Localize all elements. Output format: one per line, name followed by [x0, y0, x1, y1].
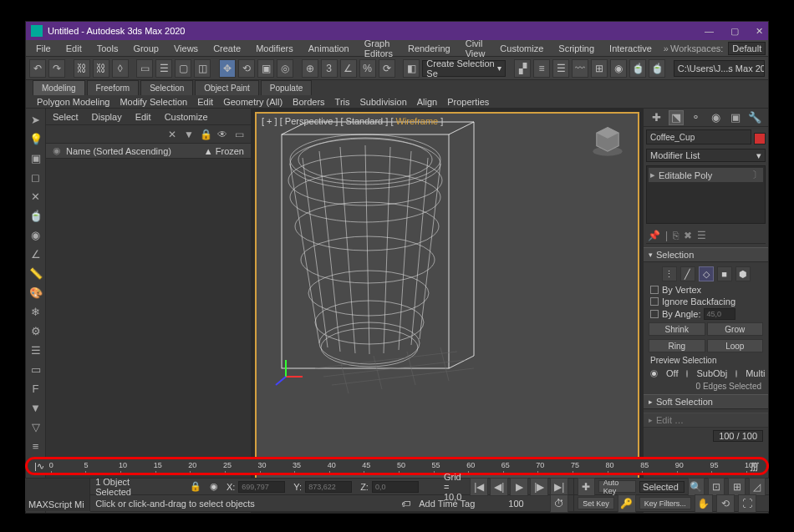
rsub-geometry-all[interactable]: Geometry (All): [219, 97, 287, 107]
rsub-polygon-modeling[interactable]: Polygon Modeling: [33, 97, 114, 107]
modifier-stack[interactable]: ▸Editable Poly〕: [646, 165, 766, 224]
mirror-button[interactable]: ▞: [514, 59, 531, 78]
key-filters-button[interactable]: Key Filters...: [639, 497, 691, 509]
subobj-element-button[interactable]: ⬢: [735, 266, 751, 281]
schematic-button[interactable]: ⊞: [591, 59, 608, 78]
bind-button[interactable]: ◊: [112, 59, 129, 78]
material-editor-button[interactable]: ◉: [610, 59, 627, 78]
grow-button[interactable]: Grow: [707, 322, 764, 336]
snap-toggle-button[interactable]: 3: [321, 59, 338, 78]
menu-tools[interactable]: Tools: [90, 42, 125, 55]
box-icon[interactable]: ▭: [28, 362, 43, 377]
rsub-modify-selection[interactable]: Modify Selection: [115, 97, 191, 107]
workspaces-dropdown[interactable]: Default: [728, 42, 766, 55]
isolate-icon[interactable]: ◉: [210, 481, 218, 492]
next-frame-button[interactable]: |▶: [530, 478, 548, 496]
rotate-button[interactable]: ⟲: [238, 59, 255, 78]
angle-icon[interactable]: ∠: [28, 246, 43, 261]
layers-button[interactable]: ☰: [552, 59, 569, 78]
show-end-icon[interactable]: |: [665, 230, 668, 241]
move-button[interactable]: ✥: [219, 59, 236, 78]
ribbon-tab-populate[interactable]: Populate: [261, 80, 312, 95]
loop-button[interactable]: Loop: [707, 339, 764, 352]
ribbon-tab-object-paint[interactable]: Object Paint: [195, 80, 258, 95]
scale-button[interactable]: ▣: [257, 59, 274, 78]
tab-utilities-icon[interactable]: 🔧: [747, 110, 762, 125]
project-path-field[interactable]: C:\Users\J...s Max 2020: [674, 60, 765, 77]
subobj-border-button[interactable]: ◇: [699, 266, 714, 281]
shrink-button[interactable]: Shrink: [649, 322, 705, 336]
preview-subobj-radio[interactable]: [686, 370, 688, 377]
goto-start-button[interactable]: |◀: [470, 478, 488, 496]
rollout-edit-edges[interactable]: ▸Edit …: [644, 413, 768, 428]
angle-snap-button[interactable]: ∠: [340, 59, 357, 78]
nav-fov-icon[interactable]: ◿: [749, 478, 766, 496]
color-icon[interactable]: 🎨: [28, 285, 43, 300]
coord-x-field[interactable]: 699,797: [238, 481, 285, 493]
menu-rendering[interactable]: Rendering: [401, 42, 457, 55]
list-icon[interactable]: ☰: [28, 342, 43, 357]
ribbon-tab-selection[interactable]: Selection: [140, 80, 193, 95]
cross-icon[interactable]: ✕: [28, 189, 43, 204]
rsub-properties[interactable]: Properties: [443, 97, 493, 107]
subobj-polygon-button[interactable]: ■: [717, 266, 732, 281]
key-icon[interactable]: 🔑: [618, 494, 636, 513]
nav-max-icon[interactable]: ⛶: [738, 494, 756, 513]
camera-icon[interactable]: ▣: [28, 150, 43, 165]
gear-icon[interactable]: ⚙: [28, 323, 43, 338]
redo-button[interactable]: ↷: [48, 59, 65, 78]
time-config-button[interactable]: ⏱: [550, 494, 568, 513]
window-crossing-button[interactable]: ◫: [194, 59, 211, 78]
render-setup-button[interactable]: 🍵: [629, 59, 646, 78]
rollout-soft-selection[interactable]: ▸Soft Selection: [644, 394, 768, 409]
sort-icon[interactable]: ▭: [232, 128, 246, 141]
filter-icon[interactable]: ▼: [182, 128, 196, 141]
spinner-snap-button[interactable]: ⟳: [379, 59, 395, 78]
rsub-align[interactable]: Align: [413, 97, 441, 107]
by-angle-spinner[interactable]: 45,0: [704, 308, 735, 320]
coord-y-field[interactable]: 873,622: [305, 481, 352, 493]
funnel-icon[interactable]: ▽: [28, 419, 43, 434]
menu-scripting[interactable]: Scripting: [552, 42, 601, 55]
nav-zoom-ext-icon[interactable]: ⊞: [728, 478, 745, 496]
pin-stack-icon[interactable]: 📌: [648, 230, 660, 241]
subobj-vertex-button[interactable]: ⋮: [662, 266, 677, 281]
remove-mod-icon[interactable]: ✖: [684, 230, 692, 241]
select-region-button[interactable]: ▢: [175, 59, 191, 78]
rollout-selection[interactable]: ▾Selection: [644, 247, 768, 262]
add-time-tag-label[interactable]: Add Time Tag: [419, 499, 475, 509]
render-button[interactable]: 🍵: [649, 59, 665, 78]
rsub-tris[interactable]: Tris: [331, 97, 354, 107]
link-button[interactable]: ⛓: [74, 59, 90, 78]
configure-icon[interactable]: ☰: [697, 230, 706, 241]
nav-orbit-icon[interactable]: ⟲: [716, 494, 735, 513]
close-button[interactable]: ✕: [756, 26, 763, 37]
lock-icon[interactable]: 🔒: [199, 128, 212, 141]
current-frame-field[interactable]: 100: [508, 499, 542, 509]
globe-icon[interactable]: ◉: [28, 227, 43, 242]
arrow-icon[interactable]: ➤: [28, 112, 43, 127]
select-object-button[interactable]: ▭: [136, 59, 153, 78]
by-angle-checkbox[interactable]: [650, 310, 659, 318]
maximize-button[interactable]: ▢: [730, 26, 739, 37]
layers-icon[interactable]: ≡: [28, 438, 43, 453]
preview-multi-radio[interactable]: [735, 370, 737, 377]
menu-group[interactable]: Group: [126, 42, 165, 55]
scene-menu-edit[interactable]: Edit: [135, 112, 151, 122]
play-button[interactable]: ▶: [510, 478, 528, 496]
select-name-button[interactable]: ☰: [155, 59, 172, 78]
ribbon-tab-modeling[interactable]: Modeling: [33, 80, 85, 95]
named-sel-set-dropdown[interactable]: Create Selection Se ▾: [422, 60, 506, 77]
menu-edit[interactable]: Edit: [59, 42, 89, 55]
viewport-perspective[interactable]: [ + ] [ Perspective ] [ Standard ] [ Wir…: [255, 112, 639, 481]
maxscript-listener[interactable]: MAXScript Mi: [25, 479, 90, 511]
scene-menu-select[interactable]: Select: [53, 112, 79, 122]
rsub-edit[interactable]: Edit: [193, 97, 217, 107]
coord-z-field[interactable]: 0,0: [372, 481, 419, 493]
ribbon-tab-freeform[interactable]: Freeform: [87, 80, 140, 95]
menu-animation[interactable]: Animation: [302, 42, 356, 55]
funnel-down-icon[interactable]: ▼: [28, 400, 43, 415]
by-vertex-checkbox[interactable]: [650, 286, 659, 294]
ref-coord-button[interactable]: ⊕: [302, 59, 318, 78]
make-unique-icon[interactable]: ⎘: [673, 230, 679, 241]
